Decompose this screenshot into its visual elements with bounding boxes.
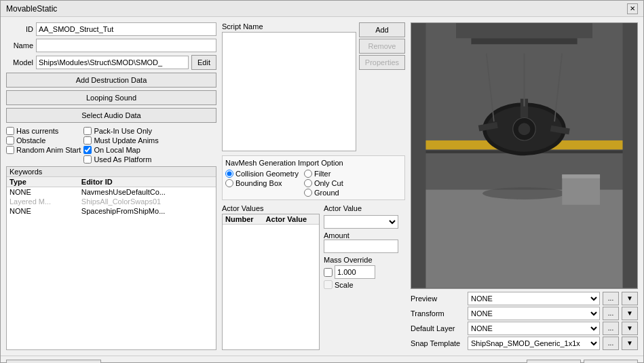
svg-rect-5 [456,23,592,38]
name-input[interactable] [36,39,216,52]
default-layer-label: Default Layer [411,324,465,332]
kw-type-1: NONE [7,187,79,197]
remove-script-button[interactable]: Remove [359,39,405,54]
transform-label: Transform [411,309,465,318]
default-layer-btn-dots[interactable]: ... [603,322,619,335]
add-destruction-button[interactable]: Add Destruction Data [6,73,216,88]
keywords-title: Keywords [7,167,216,177]
actor-main-row: Actor Values Number Actor Value [222,204,405,350]
mass-input[interactable] [335,265,375,279]
transform-btn-dots[interactable]: ... [603,307,619,320]
bounding-box-label: Bounding Box [235,179,282,187]
actor-value-panel: Actor Value [324,204,405,229]
properties-script-button[interactable]: Properties [359,55,405,70]
checkbox-pack-in[interactable]: Pack-In Use Only [83,127,158,135]
snap-template-row: Snap Template ShipSnap_SMOD_Generic_1x1x… [411,337,638,350]
preview-btn-dots[interactable]: ... [603,292,619,305]
actor-value-select[interactable] [324,215,398,229]
bottom-left: Object Palette Defaults [6,360,101,364]
checkboxes-section: Has currents Obstacle Random Anim Start … [6,127,216,164]
checkbox-obstacle[interactable]: Obstacle [6,136,81,145]
used-as-platform-label: Used As Platform [94,155,151,164]
default-layer-select[interactable]: NONE [468,322,600,335]
mass-override-checkbox[interactable] [324,268,333,277]
actor-col-number: Number [223,214,263,225]
script-label: Script Name [222,22,356,31]
keywords-section: Keywords Type Editor ID NONE Nav [6,166,216,350]
navmesh-title: NavMesh Generation Import Option [225,159,402,167]
checkbox-used-as-platform[interactable]: Used As Platform [83,155,158,164]
default-layer-row: Default Layer NONE ... ▼ [411,322,638,335]
object-palette-button[interactable]: Object Palette Defaults [6,360,101,364]
actor-controls: Actor Value Amount Mass Override [324,204,405,350]
has-currents-checkbox[interactable] [6,127,14,135]
id-input[interactable] [36,22,216,36]
preview-label: Preview [411,294,465,303]
snap-template-select[interactable]: ShipSnap_SMOD_Generic_1x1x [468,337,600,350]
checkbox-col2: Pack-In Use Only Must Update Anims On Lo… [83,127,158,164]
snap-btn-arrow[interactable]: ▼ [622,337,638,350]
used-as-platform-checkbox[interactable] [83,155,92,164]
table-row[interactable]: Layered M... ShipsAll_ColorSwaps01 [7,197,216,206]
transform-select[interactable]: NONE [468,307,600,320]
only-cut-radio[interactable] [304,179,312,187]
amount-input[interactable] [324,240,398,253]
close-button[interactable]: ✕ [627,3,638,14]
mass-override-label: Mass Override [324,256,405,264]
bounding-box-radio[interactable] [225,179,233,187]
add-script-button[interactable]: Add [359,22,405,37]
mass-row [324,265,405,279]
cancel-button[interactable]: Cancel [584,360,638,364]
actor-table: Number Actor Value [222,214,320,350]
navmesh-section: NavMesh Generation Import Option Collisi… [222,155,405,200]
filter-radio[interactable] [304,170,312,178]
preview-canvas [411,23,637,288]
amount-label: Amount [324,231,349,240]
script-textarea[interactable] [222,32,356,151]
preview-btn-arrow[interactable]: ▼ [622,292,638,305]
default-layer-btn-arrow[interactable]: ▼ [622,322,638,335]
script-name-area: Script Name [222,22,356,151]
edit-button[interactable]: Edit [191,55,216,70]
table-row[interactable]: NONE SpaceshipFromShipMo... [7,206,216,216]
select-audio-button[interactable]: Select Audio Data [6,108,216,123]
pack-in-label: Pack-In Use Only [94,127,152,135]
ok-button[interactable]: OK [527,360,581,364]
kw-type-3: NONE [7,206,79,216]
only-cut-label: Only Cut [314,179,343,187]
radio-only-cut[interactable]: Only Cut [304,179,343,187]
transform-section: Preview NONE ... ▼ Transform NONE ... ▼ [411,292,638,350]
checkbox-must-update[interactable]: Must Update Anims [83,136,158,145]
checkbox-on-local-map[interactable]: On Local Map [83,146,158,154]
random-anim-checkbox[interactable] [6,146,14,154]
main-content: ID Name Model Edit Add Destruction Data … [1,17,643,356]
checkbox-random-anim[interactable]: Random Anim Start [6,146,81,154]
obstacle-label: Obstacle [16,136,45,145]
keywords-col-editorid: Editor ID [79,177,216,187]
table-row[interactable]: NONE NavmeshUseDefaultCo... [7,187,216,197]
transform-btn-arrow[interactable]: ▼ [622,307,638,320]
ground-radio[interactable] [304,189,312,197]
script-buttons: Add Remove Properties [359,22,405,151]
model-row: Model Edit [6,55,216,70]
preview-row: Preview NONE ... ▼ [411,292,638,305]
checkbox-has-currents[interactable]: Has currents [6,127,81,135]
model-input[interactable] [36,56,189,69]
radio-bounding-box[interactable]: Bounding Box [225,179,299,187]
preview-select[interactable]: NONE [468,292,600,305]
looping-sound-button[interactable]: Looping Sound [6,90,216,105]
obstacle-checkbox[interactable] [6,136,14,145]
navmesh-col2: Filter Only Cut Ground [304,170,343,197]
actor-col-value: Actor Value [263,214,319,225]
collision-geometry-radio[interactable] [225,170,233,178]
snap-btn-dots[interactable]: ... [603,337,619,350]
kw-edid-2: ShipsAll_ColorSwaps01 [79,197,216,206]
radio-ground[interactable]: Ground [304,189,343,197]
scale-checkbox[interactable] [324,280,333,289]
pack-in-checkbox[interactable] [83,127,92,135]
radio-collision-geometry[interactable]: Collision Geometry [225,170,299,178]
right-panel: Preview NONE ... ▼ Transform NONE ... ▼ [411,22,638,350]
must-update-checkbox[interactable] [83,136,92,145]
radio-filter[interactable]: Filter [304,170,343,178]
on-local-map-checkbox[interactable] [83,146,92,154]
